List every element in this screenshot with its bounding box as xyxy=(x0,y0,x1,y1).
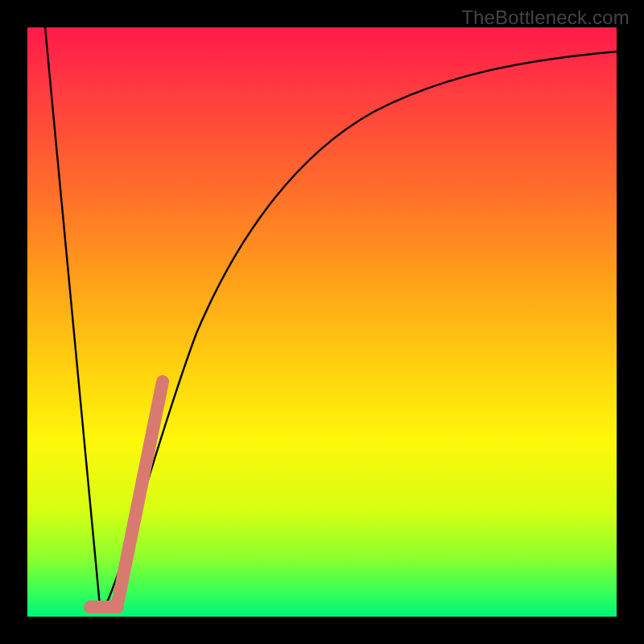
plot-area xyxy=(27,27,617,617)
chart-frame: TheBottleneck.com xyxy=(0,0,644,644)
highlight-segment xyxy=(90,382,163,607)
watermark-text: TheBottleneck.com xyxy=(461,6,630,29)
curve-layer xyxy=(27,27,617,617)
